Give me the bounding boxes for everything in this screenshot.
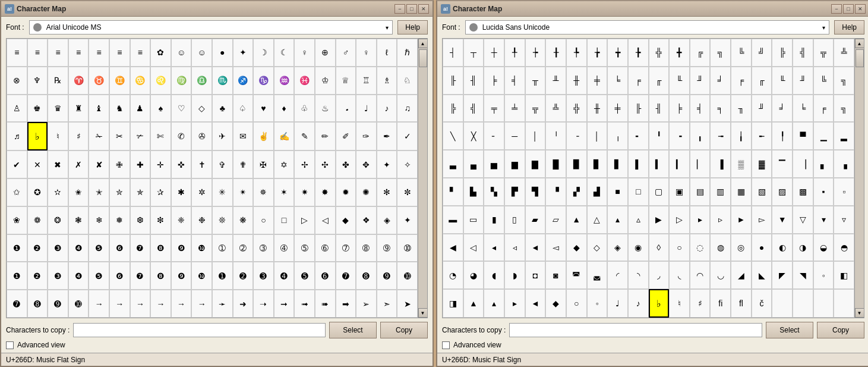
char-cell[interactable]: ➑ <box>356 262 377 290</box>
char-cell[interactable]: ▂ <box>834 122 854 150</box>
char-cell[interactable]: ▶ <box>649 206 670 234</box>
char-cell[interactable]: ╴ <box>484 122 504 150</box>
char-cell[interactable]: ➎ <box>294 262 315 290</box>
char-cell[interactable]: ╷ <box>607 122 628 150</box>
char-cell[interactable]: ➓ <box>397 262 418 290</box>
char-cell[interactable]: ◃ <box>504 234 525 262</box>
char-cell[interactable]: ▟ <box>587 178 608 206</box>
char-cell[interactable]: ➒ <box>377 262 397 290</box>
char-cell[interactable]: ┬ <box>463 39 484 67</box>
char-cell[interactable]: ☾ <box>274 39 295 67</box>
char-cell[interactable]: ✞ <box>212 150 233 178</box>
char-cell[interactable]: ╘ <box>793 95 813 123</box>
char-cell[interactable]: ◨ <box>443 289 463 318</box>
char-cell[interactable]: ╊ <box>628 39 649 67</box>
char-cell[interactable]: ○ <box>669 234 690 262</box>
char-cell[interactable]: ❷ <box>27 234 48 262</box>
char-cell[interactable]: ◁ <box>463 234 484 262</box>
char-cell[interactable]: ❶ <box>7 234 27 262</box>
char-cell[interactable]: ✩ <box>7 178 27 206</box>
char-cell[interactable]: ╪ <box>587 67 608 95</box>
char-cell[interactable]: ╳ <box>463 122 484 150</box>
char-cell[interactable]: ╥ <box>525 67 546 95</box>
char-cell[interactable]: ◓ <box>834 234 854 262</box>
char-cell[interactable]: ♔ <box>315 67 336 95</box>
char-cell[interactable]: ✼ <box>397 178 418 206</box>
char-cell[interactable]: ╗ <box>710 39 731 67</box>
char-cell[interactable]: ❹ <box>68 234 89 262</box>
char-cell[interactable]: ➠ <box>315 290 336 318</box>
char-cell[interactable]: ✵ <box>253 178 274 206</box>
char-cell[interactable]: ▌ <box>628 150 649 178</box>
char-cell[interactable]: ♦ <box>274 95 295 123</box>
close-button1[interactable]: ✕ <box>418 4 429 14</box>
char-cell[interactable]: ✙ <box>109 150 130 178</box>
char-cell[interactable]: ╞ <box>484 67 504 95</box>
char-cell[interactable]: ✕ <box>27 150 48 178</box>
char-cell[interactable]: ♡ <box>171 95 192 123</box>
char-cell[interactable]: ◈ <box>607 234 628 262</box>
char-cell[interactable]: ▃ <box>443 150 463 178</box>
char-cell[interactable]: ✻ <box>377 178 397 206</box>
char-cell[interactable]: ◁ <box>315 206 336 234</box>
char-cell[interactable]: ╠ <box>443 95 463 123</box>
char-cell[interactable]: ▉ <box>566 150 587 178</box>
char-cell[interactable]: ♩ <box>607 289 628 318</box>
char-cell[interactable]: ╀ <box>504 39 525 67</box>
char-cell[interactable]: ➃ <box>274 234 295 262</box>
char-cell[interactable]: ╔ <box>690 39 711 67</box>
char-cell[interactable]: ▱ <box>545 206 566 234</box>
char-cell[interactable]: ➍ <box>274 262 295 290</box>
scroll-down2[interactable]: ▼ <box>855 308 864 318</box>
char-cell[interactable]: ▴ <box>607 206 628 234</box>
select-button1[interactable]: Select <box>329 322 377 338</box>
char-cell[interactable]: ● <box>752 234 772 262</box>
char-cell[interactable]: ➂ <box>253 234 274 262</box>
char-cell[interactable]: ╓ <box>649 67 670 95</box>
copy-button1[interactable]: Copy <box>380 322 428 338</box>
char-cell[interactable]: ✓ <box>397 122 418 150</box>
char-cell[interactable]: ✁ <box>89 122 109 150</box>
char-cell[interactable]: ➊ <box>212 262 233 290</box>
char-cell[interactable]: ○ <box>566 289 587 318</box>
char-cell[interactable]: ✗ <box>68 150 89 178</box>
char-cell[interactable]: ✍ <box>274 122 295 150</box>
char-cell[interactable]: ✂ <box>109 122 130 150</box>
char-cell[interactable]: ╫ <box>587 95 608 123</box>
char-cell[interactable]: ▅ <box>484 150 504 178</box>
char-cell[interactable]: ◝ <box>628 261 649 289</box>
char-cell[interactable]: ▣ <box>669 178 690 206</box>
char-cell[interactable]: ☺ <box>171 39 192 67</box>
char-cell[interactable]: ○ <box>253 206 274 234</box>
char-cell[interactable]: ❿ <box>191 262 212 290</box>
char-cell[interactable]: ▷ <box>669 206 690 234</box>
char-cell[interactable]: ❃ <box>68 206 89 234</box>
char-cell[interactable]: ▍ <box>649 150 670 178</box>
char-cell[interactable]: ➅ <box>315 234 336 262</box>
char-cell[interactable]: ▾ <box>813 206 834 234</box>
char-cell[interactable]: ♍ <box>171 67 192 95</box>
char-cell[interactable]: ➒ <box>48 290 68 318</box>
char-cell[interactable]: ❂ <box>48 206 68 234</box>
char-cell[interactable]: ▙ <box>463 178 484 206</box>
char-cell[interactable]: ✿ <box>150 39 171 67</box>
char-cell[interactable]: ➝ <box>253 290 274 318</box>
char-cell[interactable]: ✫ <box>48 178 68 206</box>
char-cell[interactable]: ┾ <box>525 39 546 67</box>
char-cell[interactable]: ➀ <box>212 234 233 262</box>
char-cell[interactable]: ➋ <box>233 262 254 290</box>
char-cell[interactable]: ✬ <box>68 178 89 206</box>
char-cell[interactable]: ◀ <box>443 234 463 262</box>
char-cell[interactable]: ♐ <box>233 67 254 95</box>
char-cell[interactable]: ╖ <box>731 95 752 123</box>
char-cell[interactable] <box>834 289 854 318</box>
char-cell[interactable]: ╢ <box>463 67 484 95</box>
char-cell[interactable]: ⊕ <box>315 39 336 67</box>
char-cell[interactable]: ╈ <box>607 39 628 67</box>
char-cell[interactable]: ▔ <box>772 150 793 178</box>
char-cell[interactable]: ╡ <box>690 95 711 123</box>
char-cell[interactable]: ▿ <box>834 206 854 234</box>
char-cell[interactable]: ◗ <box>504 261 525 289</box>
char-cell[interactable]: ✏ <box>315 122 336 150</box>
char-cell[interactable]: ▥ <box>710 178 731 206</box>
